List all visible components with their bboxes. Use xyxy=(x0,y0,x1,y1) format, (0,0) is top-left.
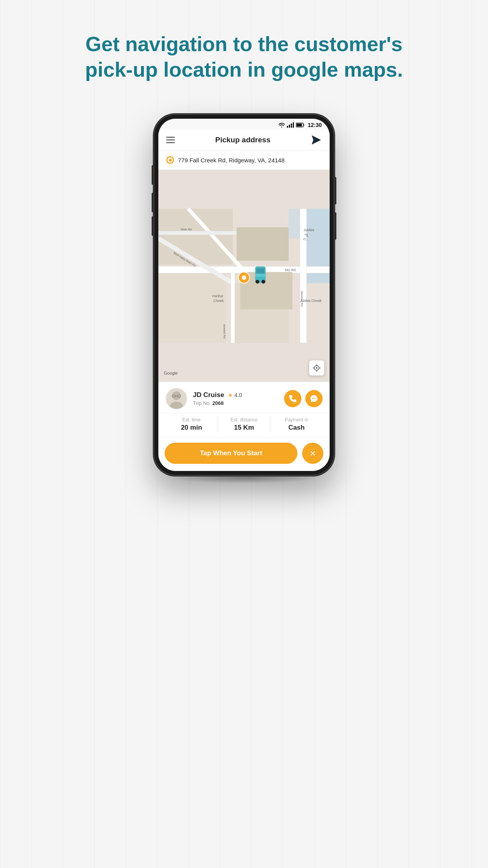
svg-rect-32 xyxy=(256,268,264,274)
payment-item: Payment in Cash xyxy=(270,417,323,432)
svg-point-37 xyxy=(316,367,317,369)
hamburger-line-1 xyxy=(166,137,175,138)
message-icon xyxy=(310,395,318,403)
phone-wrapper: 12:30 Pickup address xyxy=(154,114,334,484)
est-distance-label: Est. distance xyxy=(231,417,258,423)
cancel-button[interactable]: × xyxy=(302,443,323,464)
status-bar: 12:30 xyxy=(158,119,330,130)
rating-value: 4.0 xyxy=(234,392,242,398)
battery-icon xyxy=(296,123,305,127)
svg-text:રા...: રા... xyxy=(303,237,308,241)
page-container: Get navigation to the customer's pick-up… xyxy=(0,0,488,484)
driver-section: JD Cruise ★ 4.0 Trip No. 2068 xyxy=(158,382,330,471)
payment-label: Payment in xyxy=(285,417,308,423)
tap-when-start-button[interactable]: Tap When You Start xyxy=(165,443,297,464)
avatar-svg xyxy=(166,388,187,410)
est-time-item: Est. time 20 min xyxy=(165,417,218,432)
phone-icon xyxy=(289,395,297,403)
navigation-icon[interactable] xyxy=(311,134,322,145)
phone-frame: 12:30 Pickup address xyxy=(154,114,334,476)
driver-action-buttons xyxy=(284,390,323,407)
trip-no-value: 2068 xyxy=(212,400,224,406)
signal-icon xyxy=(287,122,294,128)
driver-rating: ★ 4.0 xyxy=(228,392,242,398)
status-time: 12:30 xyxy=(308,122,322,128)
pickup-address: 779 Fall Creek Rd, Ridgeway, VA, 24148 xyxy=(178,157,284,164)
message-button[interactable] xyxy=(305,390,323,407)
svg-text:MG Rd: MG Rd xyxy=(285,268,295,272)
trip-no-row: Trip No. 2068 xyxy=(193,400,279,406)
est-distance-item: Est. distance 15 Km xyxy=(218,417,270,432)
svg-text:Chowk: Chowk xyxy=(213,299,224,303)
google-watermark: Google xyxy=(164,371,178,375)
driver-meta: JD Cruise ★ 4.0 Trip No. 2068 xyxy=(193,391,279,406)
map-svg: MG Rd Jawahar Rd Bedi Naka Main Rd xyxy=(158,170,330,382)
headline-line2: pick-up location in google maps. xyxy=(85,58,403,81)
driver-name-row: JD Cruise ★ 4.0 xyxy=(193,391,279,399)
svg-point-30 xyxy=(242,276,246,280)
svg-point-50 xyxy=(315,398,316,399)
phone-screen: 12:30 Pickup address xyxy=(158,119,330,471)
trip-details-row: Est. time 20 min Est. distance 15 Km Pay… xyxy=(158,413,330,438)
header-title: Pickup address xyxy=(215,136,270,144)
star-icon: ★ xyxy=(228,392,233,398)
svg-marker-2 xyxy=(312,136,321,144)
svg-point-49 xyxy=(314,398,315,399)
call-button[interactable] xyxy=(284,390,301,407)
svg-text:asasad Rd: asasad Rd xyxy=(223,324,226,338)
hamburger-menu[interactable] xyxy=(166,137,175,143)
svg-text:Jubilee Chowk: Jubilee Chowk xyxy=(300,299,322,303)
hamburger-line-2 xyxy=(166,140,175,140)
est-time-label: Est. time xyxy=(182,417,201,423)
driver-avatar xyxy=(165,388,187,410)
payment-value: Cash xyxy=(288,424,305,432)
svg-text:Main Rd: Main Rd xyxy=(181,228,192,231)
location-dot-inner xyxy=(169,159,172,162)
svg-point-48 xyxy=(312,398,313,399)
pickup-bar: 779 Fall Creek Rd, Ridgeway, VA, 24148 xyxy=(158,151,330,170)
crosshair-icon xyxy=(313,364,321,372)
map-area[interactable]: MG Rd Jawahar Rd Bedi Naka Main Rd xyxy=(158,170,330,382)
svg-rect-1 xyxy=(297,124,302,127)
trip-no-label: Trip No. xyxy=(193,400,211,406)
svg-rect-7 xyxy=(158,268,226,343)
map-location-button[interactable] xyxy=(309,360,324,375)
svg-rect-35 xyxy=(255,274,265,277)
est-time-value: 20 min xyxy=(181,424,202,432)
app-header: Pickup address xyxy=(158,130,330,151)
svg-text:Harihar: Harihar xyxy=(212,294,223,298)
svg-point-43 xyxy=(172,391,181,400)
driver-info-row: JD Cruise ★ 4.0 Trip No. 2068 xyxy=(158,382,330,413)
send-icon xyxy=(311,135,321,145)
headline: Get navigation to the customer's pick-up… xyxy=(70,31,419,83)
svg-point-33 xyxy=(255,280,259,283)
start-button-label: Tap When You Start xyxy=(200,449,262,457)
headline-line1: Get navigation to the customer's xyxy=(86,33,403,55)
google-text: Google xyxy=(164,371,178,375)
bottom-actions: Tap When You Start × xyxy=(158,438,330,471)
svg-text:Jubilee: Jubilee xyxy=(304,228,314,232)
location-dot xyxy=(166,156,174,164)
hamburger-line-3 xyxy=(166,142,175,143)
wifi-icon xyxy=(279,123,285,127)
status-icons xyxy=(279,122,305,128)
svg-rect-19 xyxy=(237,227,289,261)
cancel-icon: × xyxy=(310,448,316,458)
svg-point-34 xyxy=(262,280,265,283)
est-distance-value: 15 Km xyxy=(234,424,254,432)
driver-name: JD Cruise xyxy=(193,391,224,399)
